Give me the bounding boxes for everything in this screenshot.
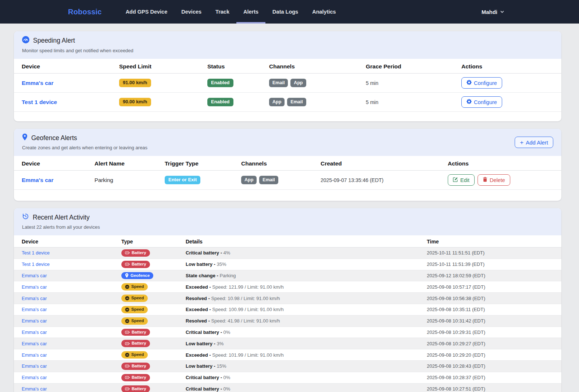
type-badge: Geofence <box>121 272 153 279</box>
column-header: Device <box>14 59 116 74</box>
table-header-row: Device Type Details Time <box>14 235 561 247</box>
alert-time: 2025-09-08 10:57:17 (EDT) <box>424 281 561 293</box>
nav-item-add-gps-device[interactable]: Add GPS Device <box>119 0 175 24</box>
channel-badge: App <box>241 176 257 184</box>
detail-value: 3% <box>217 341 224 346</box>
configure-button[interactable]: Configure <box>461 77 502 89</box>
type-badge: Speed <box>121 295 148 302</box>
device-link[interactable]: Test 1 device <box>22 250 50 256</box>
device-link[interactable]: Emma's car <box>22 329 47 335</box>
section-title: Recent Alert Activity <box>33 214 90 221</box>
device-link[interactable]: Emma's car <box>22 273 47 278</box>
device-link[interactable]: Emma's car <box>22 284 47 290</box>
activity-row: Emma's car Speed Exceeded - Speed: 121.9… <box>14 281 561 293</box>
activity-table: Device Type Details Time Test 1 device B… <box>14 235 561 392</box>
device-link[interactable]: Emma's car <box>22 296 47 301</box>
column-header: Grace Period <box>363 59 458 74</box>
add-alert-button[interactable]: + Add Alert <box>515 137 553 148</box>
nav-item-devices[interactable]: Devices <box>174 0 208 24</box>
column-header: Created <box>318 156 445 171</box>
nav-item-analytics[interactable]: Analytics <box>305 0 343 24</box>
gear-icon <box>467 80 472 86</box>
column-header: Speed Limit <box>116 59 204 74</box>
battery-icon <box>125 375 130 379</box>
detail-label: Critical battery <box>186 250 219 256</box>
detail-label: Low battery <box>186 363 212 369</box>
column-header: Actions <box>458 59 561 74</box>
column-header: Status <box>204 59 266 74</box>
nav-item-alerts[interactable]: Alerts <box>236 0 265 24</box>
detail-value: Speed: 101.99 / Limit: 91.00 km/h <box>212 352 283 358</box>
section-subtitle: Latest 22 alerts from all your devices <box>22 224 553 230</box>
activity-row: Emma's car Speed Resolved - Speed: 10.98… <box>14 293 561 304</box>
nav-item-label: Devices <box>181 9 201 15</box>
configure-label: Configure <box>474 99 497 105</box>
status-badge: Enabled <box>207 79 233 87</box>
battery-icon <box>125 330 130 334</box>
activity-row: Emma's car Battery Critical battery - 0%… <box>14 383 561 392</box>
speed-icon <box>125 296 129 300</box>
type-label: Battery <box>132 386 146 392</box>
device-link[interactable]: Emma's car <box>22 80 53 86</box>
speed-icon <box>125 353 129 357</box>
nav-item-label: Analytics <box>312 9 336 15</box>
edit-button[interactable]: Edit <box>448 174 475 186</box>
channel-badge: App <box>269 98 285 106</box>
user-menu[interactable]: Mahdi <box>482 0 504 24</box>
activity-row: Emma's car Battery Low battery - 3% 2025… <box>14 338 561 349</box>
activity-row: Emma's car Speed Exceeded - Speed: 101.9… <box>14 349 561 361</box>
map-pin-icon <box>22 133 28 142</box>
type-label: Speed <box>131 318 144 324</box>
alert-time: 2025-10-11 11:51:39 (EDT) <box>424 259 561 270</box>
speed-limit-badge: 91.00 km/h <box>119 79 151 87</box>
device-link[interactable]: Test 1 device <box>22 261 50 267</box>
nav-item-label: Add GPS Device <box>126 9 168 15</box>
column-header: Device <box>14 235 118 247</box>
geofence-row: Emma's car Parking Enter or Exit AppEmai… <box>14 171 561 190</box>
type-label: Battery <box>132 364 146 369</box>
delete-button[interactable]: Delete <box>478 174 510 186</box>
alert-name: Parking <box>94 177 113 183</box>
nav-item-track[interactable]: Track <box>208 0 236 24</box>
battery-icon <box>125 364 130 368</box>
column-header: Type <box>118 235 183 247</box>
detail-label: Low battery <box>186 261 212 267</box>
configure-label: Configure <box>474 80 497 86</box>
device-link[interactable]: Emma's car <box>22 375 47 380</box>
device-link[interactable]: Emma's car <box>22 177 53 183</box>
activity-row: Test 1 device Battery Critical battery -… <box>14 247 561 259</box>
device-link[interactable]: Emma's car <box>22 307 47 312</box>
nav-item-label: Alerts <box>243 9 258 15</box>
device-link[interactable]: Emma's car <box>22 363 47 369</box>
activity-row: Emma's car Speed Resolved - Speed: 41.98… <box>14 315 561 327</box>
alert-time: 2025-09-08 10:28:43 (EDT) <box>424 360 561 372</box>
device-link[interactable]: Emma's car <box>22 318 47 324</box>
user-name: Mahdi <box>482 9 497 15</box>
type-badge: Battery <box>121 374 150 381</box>
device-link[interactable]: Test 1 device <box>22 99 57 105</box>
geofence-icon <box>125 273 129 278</box>
detail-value: 0% <box>224 329 230 335</box>
section-title: Speeding Alert <box>33 37 75 44</box>
speeding-alert-card: Speeding Alert Monitor speed limits and … <box>14 31 561 121</box>
detail-label: Critical battery <box>186 329 219 335</box>
device-link[interactable]: Emma's car <box>22 352 47 358</box>
speed-icon <box>125 319 129 323</box>
device-link[interactable]: Emma's car <box>22 341 47 346</box>
type-badge: Battery <box>121 363 150 370</box>
device-link[interactable]: Emma's car <box>22 386 47 392</box>
type-badge: Battery <box>121 261 150 268</box>
speeding-table: Device Speed Limit Status Channels Grace… <box>14 59 561 112</box>
brand-logo[interactable]: Robossic <box>68 0 102 24</box>
detail-value: 0% <box>224 375 230 380</box>
detail-label: Exceeded <box>186 284 208 290</box>
nav-item-data-logs[interactable]: Data Logs <box>265 0 305 24</box>
configure-button[interactable]: Configure <box>461 96 502 108</box>
type-badge: Speed <box>121 306 148 313</box>
detail-label: Critical battery <box>186 375 219 380</box>
type-label: Battery <box>132 250 146 256</box>
detail-value: Parking <box>219 273 236 278</box>
recent-activity-header: Recent Alert Activity Latest 22 alerts f… <box>14 208 561 235</box>
type-badge: Speed <box>121 317 148 325</box>
column-header: Actions <box>445 156 561 171</box>
